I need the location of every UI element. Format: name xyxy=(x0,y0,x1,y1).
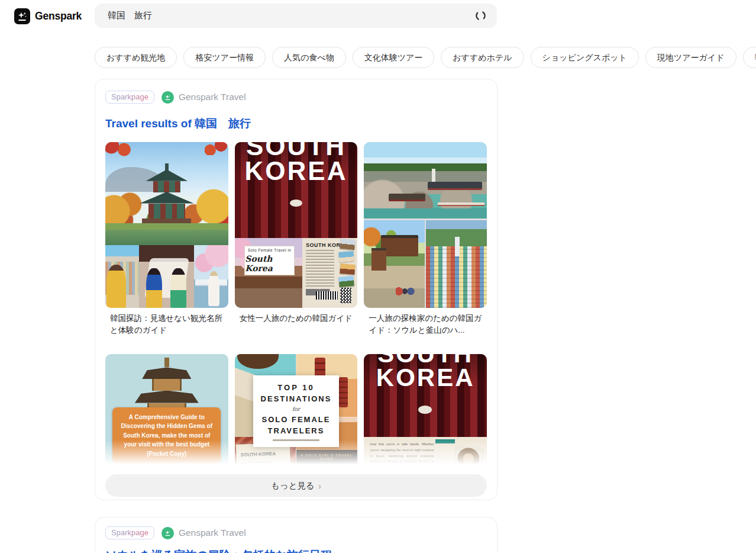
result-grid-row-2: A Comprehensive Guide to Discovering the… xyxy=(105,354,487,467)
loading-spinner-icon xyxy=(474,9,487,22)
photo-stamp xyxy=(340,263,356,275)
result-card-south-korea-book[interactable]: SOUTH KOREA trust that you're in safe ha… xyxy=(364,354,487,467)
result-card-top10-destinations[interactable]: SOUTH KOREA A SOLO GIRL'S TRAVEL GUIDE S… xyxy=(235,354,358,467)
temple-roof xyxy=(428,182,482,190)
poster-title-line2: KOREA xyxy=(235,159,358,184)
sparkpage-badge: Sparkpage xyxy=(105,526,154,539)
chip-culture-tours[interactable]: 文化体験ツアー xyxy=(353,47,435,68)
hanbok-women xyxy=(389,409,463,435)
photo-stamp xyxy=(340,239,356,250)
cover-subtitle: Solo Female Travel in xyxy=(248,248,291,252)
white-tower xyxy=(455,237,460,257)
show-more-label: もっと見る xyxy=(271,480,315,491)
chip-seasonal[interactable]: 季節ごとの xyxy=(743,47,756,68)
woman-hanbok-green xyxy=(170,268,186,308)
pagoda-body xyxy=(152,379,182,391)
sparkpage-badge: Sparkpage xyxy=(105,91,154,104)
maple-leaves xyxy=(105,142,134,157)
cover-text-box: Solo Female Travel in South Korea xyxy=(244,246,295,275)
result-caption: 韓国探訪：見逃せない観光名所と体験のガイド xyxy=(110,313,226,342)
card-line: DESTINATIONS xyxy=(256,394,337,403)
genspark-logo[interactable]: Genspark xyxy=(14,8,82,24)
thumbnail-busan-collage xyxy=(364,142,487,308)
stone-pagoda xyxy=(432,169,435,182)
maple-leaves xyxy=(205,142,228,155)
show-more-button[interactable]: もっと見る › xyxy=(105,474,487,497)
source-name: Genspark Travel xyxy=(179,528,246,538)
teal-label xyxy=(435,439,455,443)
panel-text-lines xyxy=(306,250,334,287)
orange-banner-text: A Comprehensive Guide to Discovering the… xyxy=(112,407,221,464)
genspark-travel-icon xyxy=(161,527,174,539)
woman-hanbok-blue xyxy=(146,268,162,308)
result-caption: 女性一人旅のための韓国ガイド xyxy=(240,313,356,342)
search-bar[interactable] xyxy=(95,4,497,28)
pavilion-body xyxy=(153,181,180,193)
card-line: TOP 10 xyxy=(256,383,337,392)
chip-local-guides[interactable]: 現地ツアーガイド xyxy=(645,47,736,68)
card-line: SOLO FEMALE xyxy=(256,415,337,424)
cover-title-script: South Korea xyxy=(245,254,294,273)
visitors xyxy=(396,287,415,297)
chip-cheap-tours[interactable]: 格安ツアー情報 xyxy=(183,47,266,68)
chip-recommended-sights[interactable]: おすすめ観光地 xyxy=(95,47,177,68)
temple-building xyxy=(381,235,418,256)
temple-bridge xyxy=(438,202,484,206)
poster-title: SOUTH KOREA xyxy=(364,354,487,390)
pagoda-spire xyxy=(164,358,169,368)
panel-title: SOUTH KOREA xyxy=(241,451,276,458)
top10-text-card: TOP 10 DESTINATIONS for SOLO FEMALE TRAV… xyxy=(253,375,339,447)
cover-title-line1: SOUTH xyxy=(296,464,358,467)
chip-popular-food[interactable]: 人気の食べ物 xyxy=(272,47,346,68)
book-paragraph: trust that you're in safe hands. Whether… xyxy=(370,442,434,467)
photo-stamp xyxy=(338,276,354,287)
temple-roof xyxy=(389,194,425,201)
suggestion-chips-row: おすすめ観光地 格安ツアー情報 人気の食べ物 文化体験ツアー おすすめホテル シ… xyxy=(95,47,756,68)
chip-recommended-hotels[interactable]: おすすめホテル xyxy=(441,47,524,68)
result-grid-row-2-clipped: A Comprehensive Guide to Discovering the… xyxy=(105,354,487,467)
barcode xyxy=(316,291,338,300)
sparkpage-title[interactable]: ソウルを巡る家族の冒険：包括的な旅行日程 xyxy=(105,548,487,553)
badge-row: Sparkpage Genspark Travel xyxy=(105,91,487,104)
genspark-logo-icon xyxy=(14,8,30,24)
cover-tagline: A SOLO GIRL'S TRAVEL GUIDE xyxy=(296,454,358,461)
sparkpage-result-card-1: Sparkpage Genspark Travel Travel results… xyxy=(95,79,497,500)
poster-title: SOUTH KOREA xyxy=(235,142,358,184)
sparkpage-title[interactable]: Travel results of 韓国 旅行 xyxy=(105,116,487,131)
temple-gate xyxy=(371,248,386,271)
pond-water xyxy=(105,230,228,245)
brand-name: Genspark xyxy=(35,10,82,22)
page: { "colors": { "heading_blue": "#1456cb",… xyxy=(0,0,756,553)
thumbnail-korea-palace-collage xyxy=(105,142,228,308)
poster-title-line2: KOREA xyxy=(364,366,487,390)
thumbnail-south-korea-poster: SOUTH KOREA Solo Female Travel in South … xyxy=(235,142,358,308)
badge-row: Sparkpage Genspark Travel xyxy=(105,526,487,539)
thumbnail-pagoda-guide: A Comprehensive Guide to Discovering the… xyxy=(105,354,228,467)
sparkpage-result-card-2: Sparkpage Genspark Travel ソウルを巡る家族の冒険：包括… xyxy=(95,517,497,553)
result-grid-row-1: 韓国探訪：見逃せない観光名所と体験のガイド SOUTH KOREA Solo F… xyxy=(105,142,487,342)
qr-code xyxy=(340,288,351,303)
red-pagoda xyxy=(339,377,348,407)
photo-stamp xyxy=(454,445,483,467)
chip-shopping-spots[interactable]: ショッピングスポット xyxy=(531,47,639,68)
card-line: for xyxy=(256,406,337,412)
result-card-solo-female-guide[interactable]: SOUTH KOREA Solo Female Travel in South … xyxy=(235,142,358,342)
source-name: Genspark Travel xyxy=(179,92,246,102)
panel-text-lines xyxy=(240,461,274,467)
chevron-right-icon: › xyxy=(318,481,321,491)
woman-white-dress xyxy=(208,271,219,306)
photo-stamp xyxy=(339,251,354,262)
card-line: TRAVELERS xyxy=(256,426,337,435)
lantern xyxy=(290,200,302,207)
result-card-explorer-guide[interactable]: 一人旅の探検家のための韓国ガイド：ソウルと釜山のハ... xyxy=(364,142,487,342)
result-card-palace-guide[interactable]: 韓国探訪：見逃せない観光名所と体験のガイド xyxy=(105,142,228,342)
cherry-blossoms xyxy=(194,245,228,275)
woman-yellow-dress xyxy=(106,265,126,308)
search-input[interactable] xyxy=(95,11,474,21)
genspark-travel-icon xyxy=(161,91,174,104)
website-text xyxy=(273,439,320,441)
pavilion-body xyxy=(148,204,185,218)
result-caption: 一人旅の探検家のための韓国ガイド：ソウルと釜山のハ... xyxy=(369,313,484,342)
thumbnail-top10-poster: SOUTH KOREA A SOLO GIRL'S TRAVEL GUIDE S… xyxy=(235,354,358,467)
result-card-pocket-guide[interactable]: A Comprehensive Guide to Discovering the… xyxy=(105,354,228,467)
